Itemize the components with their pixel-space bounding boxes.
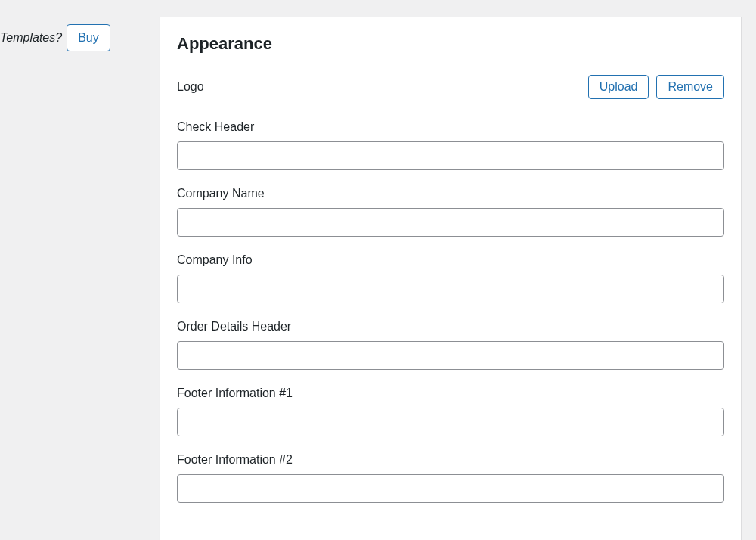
company-name-field: Company Name <box>177 187 724 237</box>
footer-info-2-input[interactable] <box>177 474 724 503</box>
company-name-input[interactable] <box>177 208 724 237</box>
sidebar-templates-snippet: Templates? Buy <box>0 24 110 51</box>
footer-info-1-label: Footer Information #1 <box>177 386 724 400</box>
check-header-input[interactable] <box>177 141 724 170</box>
company-info-input[interactable] <box>177 275 724 303</box>
appearance-panel: Appearance Logo Upload Remove Check Head… <box>160 17 742 540</box>
logo-buttons: Upload Remove <box>588 75 724 99</box>
order-details-header-label: Order Details Header <box>177 320 724 334</box>
logo-row: Logo Upload Remove <box>177 75 724 99</box>
footer-info-1-input[interactable] <box>177 408 724 436</box>
order-details-header-input[interactable] <box>177 341 724 370</box>
upload-button[interactable]: Upload <box>588 75 649 99</box>
appearance-title: Appearance <box>177 34 724 54</box>
logo-label: Logo <box>177 80 204 94</box>
check-header-field: Check Header <box>177 120 724 170</box>
order-details-header-field: Order Details Header <box>177 320 724 370</box>
footer-info-2-label: Footer Information #2 <box>177 453 724 467</box>
company-info-field: Company Info <box>177 253 724 303</box>
footer-info-2-field: Footer Information #2 <box>177 453 724 503</box>
buy-button[interactable]: Buy <box>67 24 110 51</box>
templates-label: Templates? <box>0 31 62 45</box>
company-info-label: Company Info <box>177 253 724 267</box>
company-name-label: Company Name <box>177 187 724 200</box>
footer-info-1-field: Footer Information #1 <box>177 386 724 436</box>
remove-button[interactable]: Remove <box>656 75 724 99</box>
check-header-label: Check Header <box>177 120 724 134</box>
